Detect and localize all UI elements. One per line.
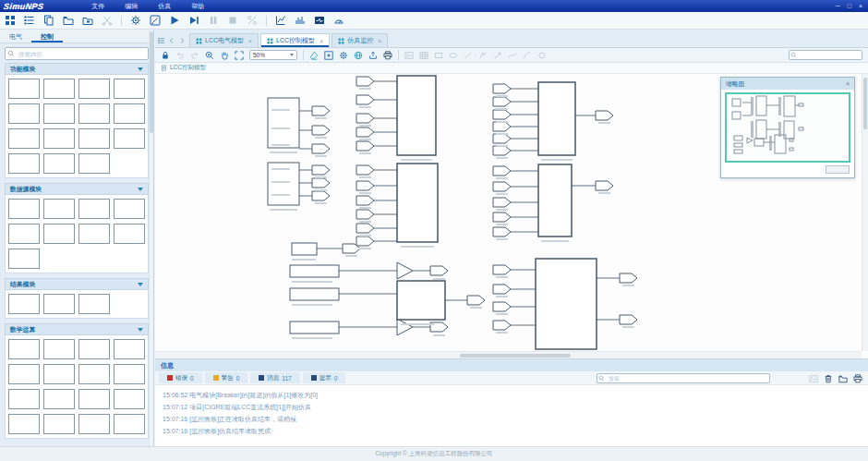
- copy-icon[interactable]: [43, 15, 54, 26]
- component-item[interactable]: [43, 153, 75, 174]
- open-project-icon[interactable]: [63, 15, 74, 26]
- component-item[interactable]: [114, 199, 145, 219]
- component-item[interactable]: [114, 103, 145, 124]
- export-icon[interactable]: [368, 51, 378, 60]
- add-block-icon[interactable]: [324, 51, 333, 60]
- component-item[interactable]: [8, 364, 40, 384]
- maximize-button[interactable]: □: [848, 3, 851, 9]
- component-item[interactable]: [78, 128, 110, 149]
- message-filter-chip[interactable]: 提示 0: [303, 372, 346, 383]
- component-item[interactable]: [43, 339, 75, 359]
- component-item[interactable]: [78, 103, 110, 124]
- tab-close-icon[interactable]: ×: [248, 38, 252, 44]
- document-tab[interactable]: 仿真监控 ×: [332, 33, 388, 47]
- zoom-select[interactable]: 50%: [249, 50, 297, 60]
- component-item[interactable]: [78, 153, 110, 174]
- component-item[interactable]: [43, 199, 75, 219]
- component-item[interactable]: [43, 128, 75, 149]
- chart-icon[interactable]: [275, 15, 286, 26]
- scrollbar-thumb[interactable]: [863, 78, 867, 129]
- component-item[interactable]: [114, 79, 145, 99]
- minimize-button[interactable]: ─: [836, 3, 840, 9]
- component-item[interactable]: [114, 364, 145, 384]
- component-item[interactable]: [114, 128, 145, 149]
- component-item[interactable]: [8, 79, 40, 99]
- lock-icon[interactable]: [161, 51, 170, 60]
- component-item[interactable]: [8, 103, 40, 124]
- component-item[interactable]: [8, 389, 40, 409]
- component-item[interactable]: [78, 414, 110, 434]
- minimap-panel[interactable]: 缩略图 ×: [720, 77, 855, 178]
- schematic-canvas[interactable]: 缩略图 ×: [155, 74, 868, 358]
- settings-icon[interactable]: [130, 15, 141, 26]
- component-item[interactable]: [43, 103, 75, 124]
- scrollbar-thumb[interactable]: [460, 354, 571, 358]
- component-item[interactable]: [43, 414, 75, 434]
- save-project-icon[interactable]: [82, 15, 93, 26]
- open-log-icon[interactable]: [838, 374, 848, 383]
- component-item[interactable]: [78, 389, 110, 409]
- component-item[interactable]: [8, 128, 40, 149]
- print-log-icon[interactable]: [853, 374, 862, 383]
- component-item[interactable]: [78, 364, 110, 384]
- log-entry[interactable]: 15:07:16 [监控面板]正在读取仿真结果，请稍候: [163, 413, 861, 425]
- clear-log-icon[interactable]: [824, 374, 833, 383]
- message-search-input[interactable]: [597, 373, 770, 383]
- component-item[interactable]: [8, 249, 40, 269]
- menu-item[interactable]: 文件: [91, 2, 104, 11]
- section-header[interactable]: 结果模块: [5, 278, 149, 290]
- edit-model-icon[interactable]: [150, 15, 161, 26]
- scrollbar-thumb[interactable]: [150, 31, 153, 133]
- canvas-search-input[interactable]: [789, 50, 862, 60]
- message-filter-chip[interactable]: 消息 117: [250, 372, 299, 383]
- project-tree-icon[interactable]: [24, 15, 35, 26]
- component-item[interactable]: [8, 224, 40, 244]
- zoom-in-icon[interactable]: [205, 51, 214, 60]
- waveform-icon[interactable]: [295, 15, 306, 26]
- tab-next-icon[interactable]: [178, 37, 186, 44]
- component-item[interactable]: [78, 199, 110, 219]
- settings-icon[interactable]: [339, 51, 348, 60]
- tab-prev-icon[interactable]: [168, 37, 175, 44]
- document-tab[interactable]: LCC控制模型 ×: [260, 33, 330, 47]
- sidebar-scrollbar[interactable]: [149, 30, 153, 446]
- menu-item[interactable]: 编辑: [125, 2, 138, 11]
- tab-close-icon[interactable]: ×: [319, 38, 323, 44]
- minimap-close-icon[interactable]: ×: [846, 80, 850, 87]
- log-entry[interactable]: 15:06:52 电气模块[Breaker]的[延迟]的值从[1]修改为[0]: [163, 389, 861, 401]
- component-item[interactable]: [43, 79, 75, 99]
- component-item[interactable]: [78, 79, 110, 99]
- globe-icon[interactable]: [354, 51, 363, 60]
- component-item[interactable]: [8, 414, 40, 434]
- message-filter-chip[interactable]: 警告 0: [205, 372, 248, 383]
- component-item[interactable]: [8, 294, 40, 314]
- component-item[interactable]: [8, 339, 40, 359]
- library-tab[interactable]: 控制: [31, 30, 63, 42]
- breadcrumb-label[interactable]: LCC控制模型: [170, 64, 206, 72]
- component-item[interactable]: [114, 414, 145, 434]
- menu-item[interactable]: 帮助: [191, 2, 204, 11]
- pan-icon[interactable]: [220, 51, 229, 60]
- component-item[interactable]: [114, 339, 145, 359]
- section-header[interactable]: 功能模块: [5, 63, 149, 75]
- component-item[interactable]: [43, 294, 75, 314]
- message-filter-chip[interactable]: 错误 0: [159, 372, 202, 383]
- component-item[interactable]: [8, 199, 40, 219]
- minimap-viewport[interactable]: [725, 92, 850, 163]
- section-header[interactable]: 数据源模块: [5, 183, 149, 195]
- library-tab[interactable]: 电气: [0, 30, 31, 42]
- log-entry[interactable]: 15:07:16 [监控面板]仿真结果读取完成: [163, 425, 861, 437]
- close-button[interactable]: ×: [859, 3, 862, 9]
- dashboard-icon[interactable]: [5, 15, 16, 26]
- gauge-icon[interactable]: [333, 15, 344, 26]
- library-search-input[interactable]: [5, 47, 149, 60]
- scope-icon[interactable]: [314, 15, 325, 26]
- canvas-vertical-scrollbar[interactable]: [862, 74, 868, 351]
- section-header[interactable]: 数学运算: [5, 323, 149, 335]
- tab-list-icon[interactable]: [158, 37, 165, 44]
- run-icon[interactable]: [169, 15, 180, 26]
- component-item[interactable]: [78, 294, 110, 314]
- component-item[interactable]: [43, 364, 75, 384]
- document-tab[interactable]: LCC电气模型 ×: [189, 33, 259, 47]
- run-step-icon[interactable]: [188, 15, 199, 26]
